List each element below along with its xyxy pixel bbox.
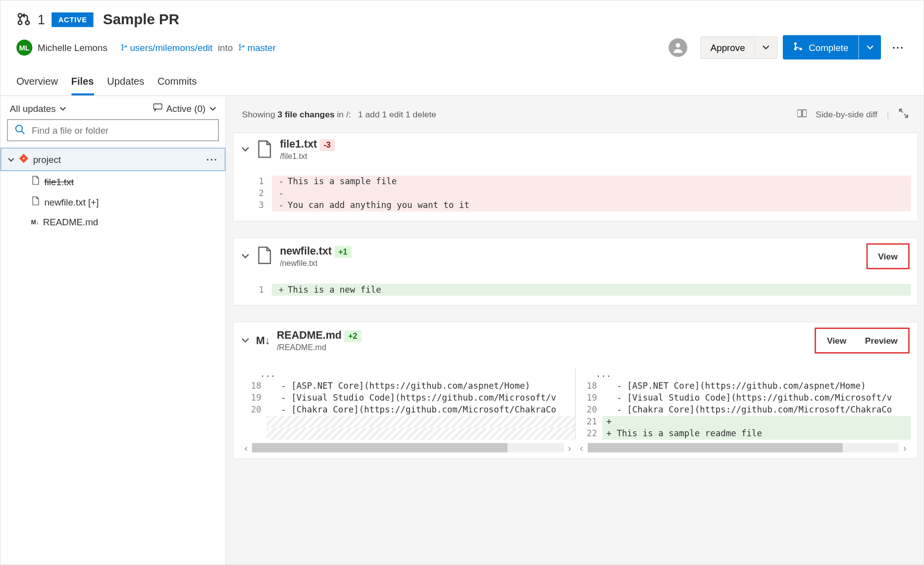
svg-point-1 xyxy=(18,21,22,24)
file-name: file1.txt xyxy=(280,139,317,150)
diff-line: 19 - [Visual Studio Code](https://github… xyxy=(240,392,575,404)
diff-content: Showing 3 file changes in /: 1 add 1 edi… xyxy=(226,96,924,565)
scroll-right-icon[interactable]: › xyxy=(564,442,575,453)
in-label: in /: xyxy=(335,109,351,119)
target-branch-link[interactable]: master xyxy=(238,42,276,52)
tab-commits[interactable]: Commits xyxy=(157,70,197,96)
markdown-icon: M↓ xyxy=(31,219,39,225)
scrollbar-thumb[interactable] xyxy=(252,443,508,453)
reviewer-avatar-icon[interactable] xyxy=(668,38,687,57)
diff-line: 1+This is a new file xyxy=(240,284,911,296)
chevron-down-icon[interactable] xyxy=(241,335,249,346)
complete-dropdown[interactable] xyxy=(859,35,881,60)
pull-request-icon xyxy=(16,11,31,28)
markdown-icon: M↓ xyxy=(256,335,270,347)
tree-file-modified[interactable]: M↓ README.md xyxy=(0,212,225,232)
file-card-file1: file1.txt -3 /file1.txt 1-This is a samp… xyxy=(233,133,918,222)
tree-root-label: project xyxy=(33,154,61,164)
diff-line xyxy=(240,416,575,428)
search-icon xyxy=(14,124,25,136)
diff-line: 21+ xyxy=(576,416,911,428)
status-badge: ACTIVE xyxy=(51,12,94,27)
file-icon xyxy=(31,196,41,207)
file-tree-sidebar: All updates Active (0) xyxy=(0,96,226,565)
svg-point-10 xyxy=(794,42,797,45)
diff-stat-badge: +2 xyxy=(344,330,361,342)
into-label: into xyxy=(218,42,233,52)
tree-file-added[interactable]: newfile.txt [+] xyxy=(0,192,225,212)
tree-root-more[interactable]: ··· xyxy=(206,154,218,164)
svg-point-0 xyxy=(18,13,22,17)
scrollbar-track[interactable] xyxy=(587,443,899,453)
merge-icon xyxy=(793,41,803,53)
tab-updates[interactable]: Updates xyxy=(107,70,144,96)
updates-dropdown[interactable]: All updates xyxy=(10,103,66,113)
svg-point-3 xyxy=(122,44,123,46)
file-path: /file1.txt xyxy=(280,152,335,161)
file-icon xyxy=(256,140,273,160)
scrollbar-thumb[interactable] xyxy=(587,443,843,453)
chevron-down-icon[interactable] xyxy=(241,251,249,261)
source-branch-link[interactable]: users/milemons/edit xyxy=(121,42,213,52)
svg-point-14 xyxy=(16,125,22,132)
scroll-left-icon[interactable]: ‹ xyxy=(575,442,587,453)
complete-button[interactable]: Complete xyxy=(783,35,859,60)
approve-button-group: Approve xyxy=(701,36,778,59)
file-name: README.md xyxy=(277,329,342,341)
scroll-left-icon[interactable]: ‹ xyxy=(240,442,252,453)
comments-dropdown-label: Active (0) xyxy=(166,103,205,113)
svg-point-15 xyxy=(23,157,24,159)
author-name[interactable]: Michelle Lemons xyxy=(38,42,107,52)
diff-line: 3-You can add anything you want to it xyxy=(240,200,911,211)
showing-label: Showing xyxy=(242,109,278,119)
svg-point-4 xyxy=(122,49,123,51)
tab-overview[interactable]: Overview xyxy=(16,70,58,96)
comments-dropdown[interactable]: Active (0) xyxy=(153,103,216,114)
tree-file-label: newfile.txt [+] xyxy=(44,197,99,207)
file-path: /newfile.txt xyxy=(280,258,351,268)
comment-icon xyxy=(153,103,162,114)
file-name: newfile.txt xyxy=(280,245,332,257)
pr-tabs: Overview Files Updates Commits xyxy=(0,70,924,96)
file-icon xyxy=(31,176,41,187)
complete-button-group: Complete xyxy=(783,35,881,60)
chevron-down-icon[interactable] xyxy=(241,145,249,155)
fullscreen-icon[interactable] xyxy=(898,108,909,120)
view-button[interactable]: View xyxy=(870,247,906,265)
diff-line: 18 - [ASP.NET Core](https://github.com/a… xyxy=(576,380,911,392)
svg-point-12 xyxy=(799,48,802,50)
scrollbar-track[interactable] xyxy=(252,443,564,453)
diff-line: 1-This is a sample file xyxy=(240,176,911,188)
diff-layout-icon[interactable] xyxy=(797,108,807,120)
approve-dropdown[interactable] xyxy=(755,36,778,59)
chevron-down-icon xyxy=(8,154,14,164)
pr-id: 1 xyxy=(38,12,45,27)
search-input[interactable] xyxy=(32,125,211,135)
more-actions-button[interactable]: ⋯ xyxy=(886,37,909,57)
view-button[interactable]: View xyxy=(819,332,855,350)
complete-label: Complete xyxy=(809,42,848,52)
diff-mode[interactable]: Side-by-side diff xyxy=(816,109,877,119)
avatar[interactable]: ML xyxy=(16,39,32,55)
pr-title: Sample PR xyxy=(103,11,179,28)
svg-point-11 xyxy=(794,48,797,50)
approve-button[interactable]: Approve xyxy=(701,36,755,59)
tab-files[interactable]: Files xyxy=(71,70,94,96)
change-stats: 1 add 1 edit 1 delete xyxy=(358,109,436,119)
svg-rect-17 xyxy=(802,110,806,117)
tree-root[interactable]: project ··· xyxy=(0,148,225,171)
svg-point-7 xyxy=(239,49,241,51)
diff-line: 22+ This is a sample readme file xyxy=(576,428,911,440)
diff-line xyxy=(240,428,575,440)
svg-point-6 xyxy=(239,44,241,46)
file-search[interactable] xyxy=(7,119,218,141)
tree-file-label: file1.txt xyxy=(44,176,73,186)
preview-button[interactable]: Preview xyxy=(857,332,906,350)
highlight-box: View xyxy=(866,243,910,269)
tree-file-deleted[interactable]: file1.txt xyxy=(0,171,225,192)
file-path: /README.md xyxy=(277,343,361,352)
scroll-right-icon[interactable]: › xyxy=(899,442,911,453)
repo-icon xyxy=(18,153,29,165)
diff-stat-badge: +1 xyxy=(334,246,351,257)
diff-stat-badge: -3 xyxy=(319,139,334,151)
